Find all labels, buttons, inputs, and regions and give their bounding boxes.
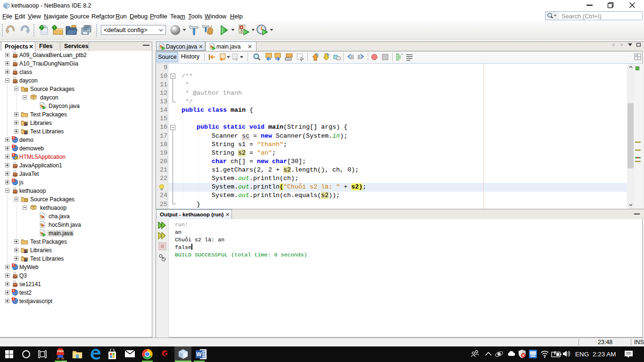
svg-text:W: W bbox=[196, 351, 202, 358]
svg-text:3: 3 bbox=[240, 29, 242, 34]
